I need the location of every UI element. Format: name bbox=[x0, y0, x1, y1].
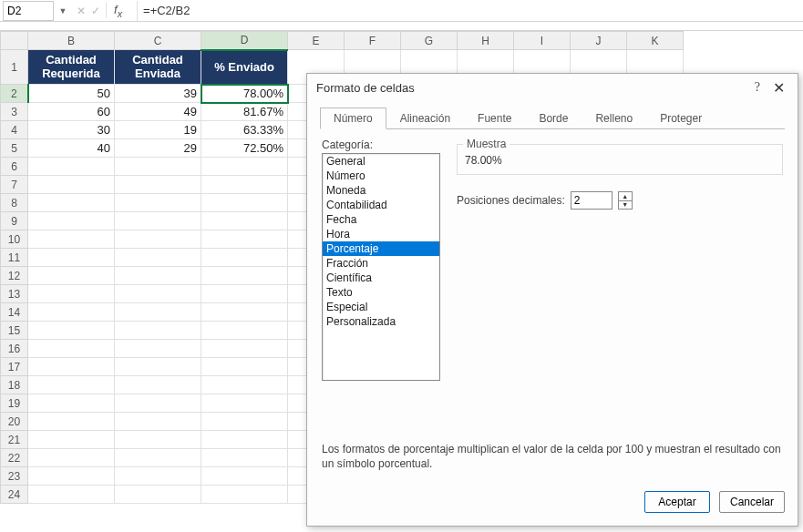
col-header-K[interactable]: K bbox=[627, 32, 684, 50]
cell-D6[interactable] bbox=[201, 158, 288, 176]
cell-D15[interactable] bbox=[201, 322, 288, 340]
cell-B1[interactable]: Cantidad Requerida bbox=[28, 50, 115, 85]
cell-D1[interactable]: % Enviado bbox=[201, 50, 288, 85]
row-header-24[interactable]: 24 bbox=[1, 486, 28, 504]
cell-B3[interactable]: 60 bbox=[28, 103, 115, 121]
cell-B24[interactable] bbox=[28, 486, 115, 504]
cell-D9[interactable] bbox=[201, 212, 288, 230]
cell-D18[interactable] bbox=[201, 376, 288, 394]
cell-C21[interactable] bbox=[115, 431, 201, 449]
row-header-22[interactable]: 22 bbox=[1, 449, 28, 467]
row-header-19[interactable]: 19 bbox=[1, 394, 28, 413]
cell-D17[interactable] bbox=[201, 358, 288, 376]
close-icon[interactable]: ✕ bbox=[769, 79, 788, 97]
row-header-10[interactable]: 10 bbox=[1, 230, 28, 249]
category-hora[interactable]: Hora bbox=[323, 227, 439, 241]
cell-C4[interactable]: 19 bbox=[115, 121, 201, 139]
cell-D13[interactable] bbox=[201, 285, 288, 303]
cell-B16[interactable] bbox=[28, 340, 115, 358]
cell-B6[interactable] bbox=[28, 158, 115, 176]
row-header-11[interactable]: 11 bbox=[1, 249, 28, 267]
cell-C15[interactable] bbox=[115, 322, 201, 340]
category-moneda[interactable]: Moneda bbox=[323, 183, 439, 198]
cell-B10[interactable] bbox=[28, 230, 115, 249]
row-header-9[interactable]: 9 bbox=[1, 212, 28, 230]
category-científica[interactable]: Científica bbox=[323, 271, 439, 285]
cell-B20[interactable] bbox=[28, 413, 115, 431]
row-header-12[interactable]: 12 bbox=[1, 267, 28, 285]
cell-C16[interactable] bbox=[115, 340, 201, 358]
cell-D8[interactable] bbox=[201, 194, 288, 212]
cell-C22[interactable] bbox=[115, 449, 201, 467]
tab-fuente[interactable]: Fuente bbox=[464, 107, 525, 129]
tab-número[interactable]: Número bbox=[320, 107, 386, 129]
cell-B15[interactable] bbox=[28, 322, 115, 340]
col-header-B[interactable]: B bbox=[28, 32, 115, 50]
cell-D19[interactable] bbox=[201, 394, 288, 413]
cell-D23[interactable] bbox=[201, 467, 288, 486]
spinner-up-icon[interactable]: ▲ bbox=[619, 192, 632, 201]
cell-D7[interactable] bbox=[201, 176, 288, 194]
tab-relleno[interactable]: Relleno bbox=[582, 107, 646, 129]
cell-C2[interactable]: 39 bbox=[115, 85, 201, 103]
cell-B4[interactable]: 30 bbox=[28, 121, 115, 139]
row-header-17[interactable]: 17 bbox=[1, 358, 28, 376]
row-header-2[interactable]: 2 bbox=[1, 85, 28, 103]
row-header-15[interactable]: 15 bbox=[1, 322, 28, 340]
row-header-13[interactable]: 13 bbox=[1, 285, 28, 303]
row-header-6[interactable]: 6 bbox=[1, 158, 28, 176]
col-header-H[interactable]: H bbox=[458, 32, 514, 50]
cell-D4[interactable]: 63.33% bbox=[201, 121, 288, 139]
cell-B8[interactable] bbox=[28, 194, 115, 212]
cell-C17[interactable] bbox=[115, 358, 201, 376]
row-header-5[interactable]: 5 bbox=[1, 139, 28, 158]
cell-C5[interactable]: 29 bbox=[115, 139, 201, 158]
row-header-4[interactable]: 4 bbox=[1, 121, 28, 139]
cell-B14[interactable] bbox=[28, 303, 115, 322]
row-header-3[interactable]: 3 bbox=[1, 103, 28, 121]
cell-B7[interactable] bbox=[28, 176, 115, 194]
col-header-F[interactable]: F bbox=[345, 32, 401, 50]
col-header-E[interactable]: E bbox=[288, 32, 345, 50]
cell-B21[interactable] bbox=[28, 431, 115, 449]
row-header-18[interactable]: 18 bbox=[1, 376, 28, 394]
col-header-G[interactable]: G bbox=[401, 32, 458, 50]
cell-B12[interactable] bbox=[28, 267, 115, 285]
category-list[interactable]: GeneralNúmeroMonedaContabilidadFechaHora… bbox=[322, 153, 440, 381]
cell-C9[interactable] bbox=[115, 212, 201, 230]
cell-D14[interactable] bbox=[201, 303, 288, 322]
cell-D22[interactable] bbox=[201, 449, 288, 467]
tab-alineación[interactable]: Alineación bbox=[386, 107, 464, 129]
cancel-formula-icon[interactable]: ✕ bbox=[77, 5, 86, 17]
row-header-7[interactable]: 7 bbox=[1, 176, 28, 194]
decimals-input[interactable] bbox=[571, 191, 613, 210]
tab-borde[interactable]: Borde bbox=[525, 107, 582, 129]
cell-C1[interactable]: Cantidad Enviada bbox=[115, 50, 201, 85]
select-all-corner[interactable] bbox=[1, 32, 28, 50]
cell-C6[interactable] bbox=[115, 158, 201, 176]
cell-D16[interactable] bbox=[201, 340, 288, 358]
cell-B9[interactable] bbox=[28, 212, 115, 230]
category-texto[interactable]: Texto bbox=[323, 285, 439, 300]
row-header-20[interactable]: 20 bbox=[1, 413, 28, 431]
cell-C7[interactable] bbox=[115, 176, 201, 194]
tab-proteger[interactable]: Proteger bbox=[646, 107, 715, 129]
spinner-down-icon[interactable]: ▼ bbox=[619, 201, 632, 210]
cell-C12[interactable] bbox=[115, 267, 201, 285]
cell-C19[interactable] bbox=[115, 394, 201, 413]
cell-B19[interactable] bbox=[28, 394, 115, 413]
cell-C23[interactable] bbox=[115, 467, 201, 486]
category-general[interactable]: General bbox=[323, 154, 439, 169]
cancel-button[interactable]: Cancelar bbox=[719, 491, 785, 513]
name-box-dropdown-icon[interactable]: ▼ bbox=[57, 6, 69, 15]
cell-C3[interactable]: 49 bbox=[115, 103, 201, 121]
row-header-1[interactable]: 1 bbox=[1, 50, 28, 85]
cell-D21[interactable] bbox=[201, 431, 288, 449]
ok-button[interactable]: Aceptar bbox=[644, 491, 710, 513]
cell-D3[interactable]: 81.67% bbox=[201, 103, 288, 121]
name-box[interactable]: D2 bbox=[3, 1, 54, 21]
category-personalizada[interactable]: Personalizada bbox=[323, 314, 439, 329]
cell-B23[interactable] bbox=[28, 467, 115, 486]
cell-C13[interactable] bbox=[115, 285, 201, 303]
row-header-16[interactable]: 16 bbox=[1, 340, 28, 358]
